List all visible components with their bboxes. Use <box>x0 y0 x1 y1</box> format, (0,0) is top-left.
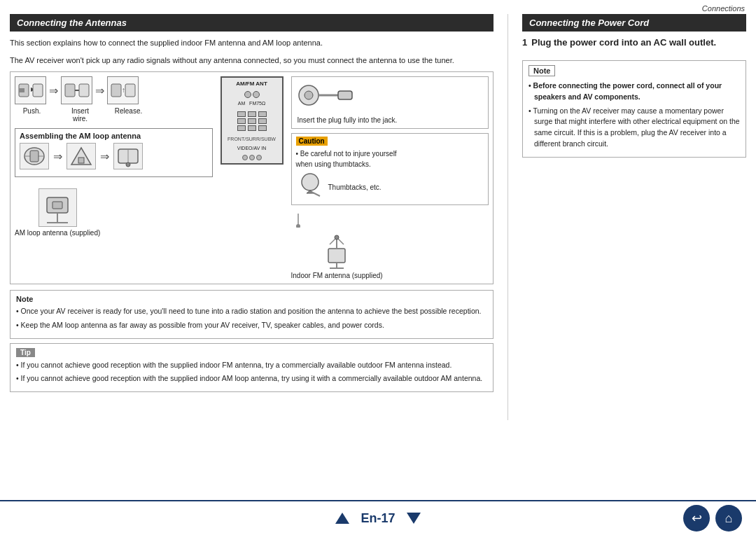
svg-line-28 <box>312 192 320 196</box>
next-page-icon[interactable] <box>407 513 421 524</box>
fm-plug-icon <box>298 81 483 113</box>
svg-point-30 <box>296 224 300 228</box>
note-bullet-1: • Once your AV receiver is ready for use… <box>22 306 487 317</box>
footer-page-area: En-17 <box>335 511 420 526</box>
insert-step-box <box>61 76 92 104</box>
home-icon: ⌂ <box>725 511 733 526</box>
prev-page-icon[interactable] <box>335 513 349 524</box>
intro-text-2: The AV receiver won't pick up any radio … <box>10 55 493 67</box>
right-diagram-section: Insert the plug fully into the jack. Cau… <box>291 76 489 279</box>
intro-text-1: This section explains how to connect the… <box>10 37 493 49</box>
svg-point-17 <box>126 162 130 167</box>
back-icon: ↩ <box>692 510 702 526</box>
right-note-box: Note • Before connecting the power cord,… <box>522 60 746 158</box>
svg-point-26 <box>302 174 318 190</box>
step-labels: Push. Insert wire. Release. <box>16 107 144 123</box>
svg-rect-25 <box>338 91 352 99</box>
caution-header: Caution <box>296 137 328 146</box>
am-arrow-2: ⇒ <box>100 150 109 163</box>
step-1-area: 1 Plug the power cord into an AC wall ou… <box>522 37 746 53</box>
left-note-header: Note <box>16 295 487 303</box>
svg-text:↑: ↑ <box>122 86 125 94</box>
am-loop-caption: AM loop antenna (supplied) <box>15 229 100 237</box>
step-number: 1 <box>522 37 527 48</box>
push-label: Push. <box>16 107 48 123</box>
tip-bullet-2: • If you cannot achieve good reception w… <box>22 373 487 384</box>
svg-rect-9 <box>125 84 135 97</box>
footer: En-17 ↩ ⌂ <box>0 500 756 535</box>
fm-antenna-icon <box>316 232 358 272</box>
right-section-header: Connecting the Power Cord <box>522 14 746 32</box>
page-header: Connections <box>0 0 756 14</box>
svg-point-23 <box>304 91 313 99</box>
left-title: Connecting the Antennas <box>17 18 127 28</box>
release-label: Release. <box>113 107 144 123</box>
caution-box: Caution • Be careful not to injure yours… <box>291 133 489 205</box>
step-instruction: Plug the power cord into an AC wall outl… <box>531 37 716 48</box>
svg-rect-21 <box>52 202 62 209</box>
left-column: Connecting the Antennas This section exp… <box>10 14 493 420</box>
note-bullet-2: • Keep the AM loop antenna as far away a… <box>22 320 487 331</box>
fm-plug-area: Insert the plug fully into the jack. <box>291 76 489 129</box>
svg-rect-1 <box>19 88 24 92</box>
center-diagram: AM/FM ANT AM FM75Ω <box>217 76 287 165</box>
am-large-icon <box>38 188 77 227</box>
svg-rect-12 <box>30 151 38 162</box>
push-steps: ▶ ⇒ ⇒ <box>15 76 139 104</box>
tip-header: Tip <box>16 348 35 357</box>
divider <box>507 14 508 420</box>
insert-label: Insert wire. <box>64 107 96 123</box>
fm-antenna-caption: Indoor FM antenna (supplied) <box>291 272 383 279</box>
svg-rect-14 <box>78 158 84 163</box>
left-section-header: Connecting the Antennas <box>10 14 493 32</box>
svg-rect-6 <box>79 84 89 97</box>
svg-rect-31 <box>328 249 345 263</box>
svg-rect-7 <box>111 84 121 97</box>
push-step-box: ▶ <box>15 76 46 104</box>
release-step-box: ↑ <box>107 76 139 104</box>
thumbtack-icon <box>296 172 324 202</box>
am-loop-title: Assembling the AM loop antenna <box>20 132 208 140</box>
right-title: Connecting the Power Cord <box>529 18 649 28</box>
svg-point-35 <box>335 235 339 239</box>
fm-antenna-area: Indoor FM antenna (supplied) <box>291 232 383 279</box>
fm-plug-label: Insert the plug fully into the jack. <box>298 116 483 124</box>
left-diagram-section: ▶ ⇒ ⇒ <box>15 76 213 237</box>
right-note-bullet-1: • Before connecting the power cord, conn… <box>534 81 740 103</box>
tip-bullet-1: • If you cannot achieve good reception w… <box>22 360 487 371</box>
receiver-box: AM/FM ANT AM FM75Ω <box>220 76 284 165</box>
connections-label: Connections <box>702 4 745 13</box>
back-button[interactable]: ↩ <box>683 505 710 531</box>
right-note-bullet-2: • Turning on the AV receiver may cause a… <box>534 106 740 150</box>
home-button[interactable]: ⌂ <box>715 505 742 531</box>
am-step-2 <box>66 143 96 169</box>
svg-rect-3 <box>33 84 43 97</box>
svg-rect-4 <box>65 84 75 97</box>
arrow-2: ⇒ <box>95 84 104 97</box>
left-note-box: Note • Once your AV receiver is ready fo… <box>10 290 493 339</box>
tip-box: Tip • If you cannot achieve good recepti… <box>10 343 493 393</box>
am-arrow-1: ⇒ <box>53 150 62 163</box>
arrow-1: ⇒ <box>49 84 58 97</box>
right-note-header: Note <box>528 65 555 76</box>
antenna-diagram: ▶ ⇒ ⇒ <box>10 71 493 284</box>
footer-icons: ↩ ⌂ <box>683 505 742 531</box>
caution-text: • Be careful not to injure yourselfwhen … <box>296 148 484 169</box>
page-number: En-17 <box>360 511 395 526</box>
am-step-3 <box>113 143 143 169</box>
thumbtack-label: Thumbtacks, etc. <box>328 183 382 191</box>
thumbtack-area: Thumbtacks, etc. <box>296 172 484 202</box>
am-step-1 <box>20 143 49 169</box>
am-loop-box: Assembling the AM loop antenna ⇒ <box>15 128 213 177</box>
right-column: Connecting the Power Cord 1 Plug the pow… <box>522 14 746 420</box>
am-loop-diagrams: ⇒ ⇒ <box>20 143 208 169</box>
